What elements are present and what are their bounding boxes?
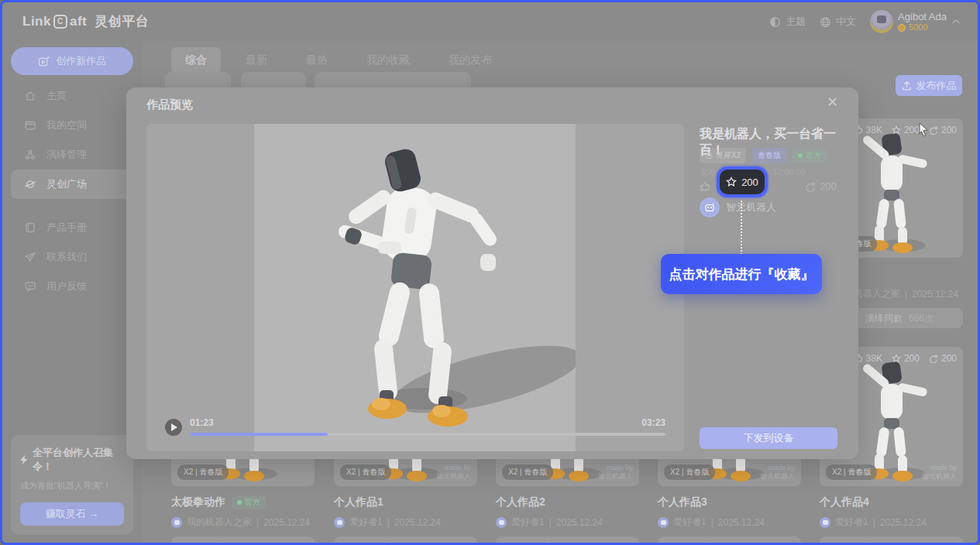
paper-plane-icon xyxy=(24,251,36,263)
star-icon xyxy=(726,177,737,187)
video-plus-icon xyxy=(38,56,50,67)
player-controls: 01:23 03:23 xyxy=(146,417,684,444)
creator-promo-card[interactable]: 全平台创作人召集令！ 成为首批"机器人导演"！ 赚取灵石 → xyxy=(11,435,133,535)
sidebar-divider xyxy=(2,199,142,213)
brand-text-pre: Link xyxy=(22,14,51,29)
sidebar-item-home[interactable]: 主页 xyxy=(2,81,142,111)
model-tag: X2 | 青春版 xyxy=(502,464,553,480)
guide-dotted-line xyxy=(741,201,742,255)
meta-separator: | xyxy=(905,289,907,300)
model-tag: X2 | 青春版 xyxy=(664,464,715,480)
shares-stat[interactable]: 200 xyxy=(929,353,957,364)
author-name: 爱好者1 xyxy=(349,516,383,529)
shares-stat[interactable]: 200 xyxy=(929,125,957,135)
edition-chip: 青春版 xyxy=(752,148,786,163)
send-to-device-button[interactable]: 下发到设备 xyxy=(700,427,837,449)
official-dot-icon xyxy=(237,500,242,505)
work-preview-modal: 作品预览 ✕ xyxy=(126,87,858,459)
remix-button[interactable]: 演绎同款 666次 xyxy=(334,536,477,543)
tab-my-favorites[interactable]: 我的收藏 xyxy=(352,47,424,74)
card-title: 太极拳动作 xyxy=(171,495,225,509)
card-date: 2025.12.24 xyxy=(394,517,441,528)
tab-all[interactable]: 综合 xyxy=(171,47,221,74)
card-date: 2025.12.24 xyxy=(263,517,310,528)
app-window: 综合 最新 最热 我的收藏 我的发布 发布作品 xyxy=(0,0,980,545)
card-author-row: 爱好者1 | 2025.12.24 xyxy=(496,516,639,529)
close-icon[interactable]: ✕ xyxy=(827,95,838,109)
tab-my-posts[interactable]: 我的发布 xyxy=(435,47,506,74)
sidebar-item-user-feedback[interactable]: 用户反馈 xyxy=(2,272,142,301)
card-stats-overlay: 38K 200 200 xyxy=(854,353,957,364)
favorite-count: 200 xyxy=(741,177,758,188)
author-avatar xyxy=(334,517,345,528)
remix-label: 演绎同款 xyxy=(865,540,903,543)
sidebar-item-performance-manage[interactable]: 演绎管理 xyxy=(2,140,142,170)
sidebar-item-label: 用户反馈 xyxy=(46,279,87,293)
remix-label: 演绎同款 xyxy=(703,540,741,543)
sidebar: 创作新作品 主页 我的空间 演绎管理 灵创广场 产品手册 xyxy=(2,41,142,543)
model-chip: 灵犀X2 xyxy=(700,148,746,163)
author-avatar xyxy=(700,197,720,218)
shares-stat[interactable]: 200 xyxy=(805,180,837,192)
folder-icon xyxy=(24,119,36,132)
author-avatar xyxy=(820,517,830,528)
sidebar-item-label: 灵创广场 xyxy=(46,177,87,191)
tab-newest[interactable]: 最新 xyxy=(232,47,281,74)
play-button[interactable] xyxy=(165,419,182,436)
stars-stat[interactable]: 200 xyxy=(892,353,920,364)
chat-bubble-icon xyxy=(24,280,36,293)
card-stats-overlay: 38K 200 200 xyxy=(854,125,957,135)
author-name: 智元机器人 xyxy=(726,201,776,214)
remix-count: 666次 xyxy=(909,540,934,543)
watermark: made by智元机器人 xyxy=(598,464,633,482)
watermark: made by智元机器人 xyxy=(760,464,795,482)
remix-button[interactable]: 演绎同款 666次 xyxy=(171,536,315,543)
work-author-row[interactable]: 智元机器人 xyxy=(700,197,776,218)
progress-bar[interactable] xyxy=(190,433,665,436)
remix-label: 演绎同款 xyxy=(217,540,254,543)
planet-icon xyxy=(687,542,697,543)
remix-count: 666次 xyxy=(747,540,772,543)
favorite-button[interactable]: 200 xyxy=(717,166,768,197)
remix-count: 666次 xyxy=(423,540,448,543)
model-tag: X2 | 青春版 xyxy=(826,464,877,480)
tab-hottest[interactable]: 最热 xyxy=(292,47,342,74)
sidebar-item-contact-us[interactable]: 联系我们 xyxy=(2,242,142,272)
planet-icon xyxy=(525,542,535,543)
watermark: made by智元机器人 xyxy=(436,464,471,482)
video-player[interactable]: 01:23 03:23 xyxy=(146,124,684,451)
remix-count: 666次 xyxy=(260,540,285,543)
meta-separator: | xyxy=(256,517,259,528)
book-icon xyxy=(24,221,36,234)
remix-button[interactable]: 演绎同款 666次 xyxy=(496,536,639,543)
remix-button[interactable]: 演绎同款 666次 xyxy=(820,536,963,543)
author-name: 爱好者1 xyxy=(511,516,545,529)
user-name: Agibot Ada xyxy=(898,11,947,23)
coin-balance: 5000 xyxy=(909,22,927,33)
author-avatar xyxy=(658,517,669,528)
card-title: 个人作品3 xyxy=(658,495,707,509)
share-icon xyxy=(929,354,938,363)
stars-stat[interactable]: 200 xyxy=(892,125,920,135)
remix-label: 演绎同款 xyxy=(865,312,903,325)
publish-work-button[interactable]: 发布作品 xyxy=(896,75,962,96)
create-new-work-button[interactable]: 创作新作品 xyxy=(11,47,133,75)
sidebar-item-my-space[interactable]: 我的空间 xyxy=(2,111,142,140)
robot-head-icon xyxy=(705,152,713,159)
remix-button[interactable]: 演绎同款 666次 xyxy=(658,536,801,543)
earn-gems-button[interactable]: 赚取灵石 → xyxy=(20,502,124,526)
card-date: 2025.12.24 xyxy=(912,289,958,300)
promo-subtitle: 成为首批"机器人导演"！ xyxy=(20,480,124,492)
language-switcher[interactable]: 中文 xyxy=(820,15,856,29)
top-bar: LinkCaft 灵创平台 主题 中文 Agibot Ada 5000 xyxy=(2,2,978,41)
sidebar-item-label: 联系我们 xyxy=(46,250,87,264)
user-menu[interactable]: Agibot Ada 5000 xyxy=(870,10,961,33)
card-title: 个人作品4 xyxy=(820,495,869,509)
sidebar-item-plaza[interactable]: 灵创广场 xyxy=(11,170,133,199)
share-icon xyxy=(805,181,816,192)
card-title: 个人作品1 xyxy=(334,495,383,509)
card-title: 个人作品2 xyxy=(496,495,545,509)
sidebar-item-product-manual[interactable]: 产品手册 xyxy=(2,213,142,242)
theme-toggle[interactable]: 主题 xyxy=(769,15,806,29)
remix-count: 666次 xyxy=(909,312,934,325)
